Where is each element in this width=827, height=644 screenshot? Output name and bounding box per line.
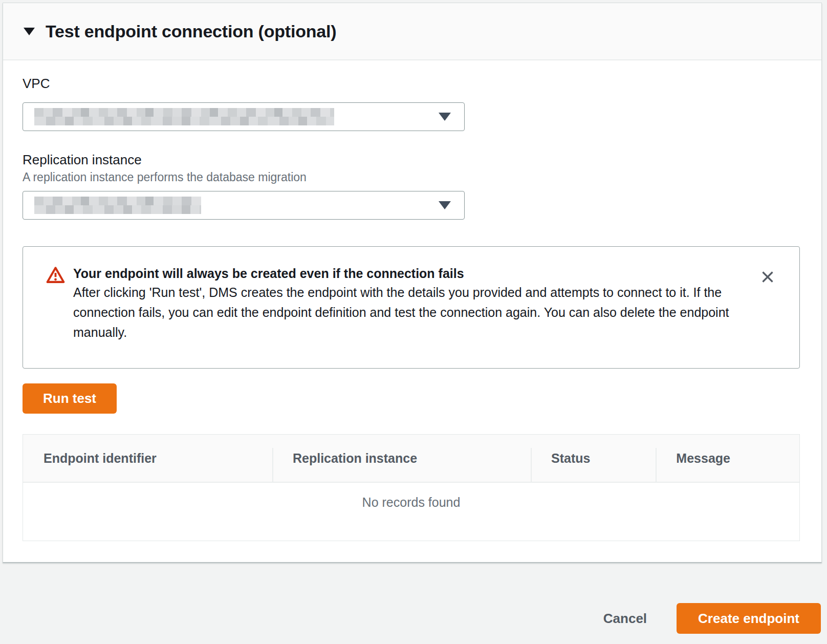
- panel-title: Test endpoint connection (optional): [46, 22, 336, 41]
- warning-alert: Your endpoint will always be created eve…: [23, 246, 800, 369]
- run-test-button[interactable]: Run test: [23, 383, 117, 414]
- replication-instance-description: A replication instance performs the data…: [23, 170, 800, 184]
- warning-triangle-icon: [46, 266, 65, 342]
- alert-body: After clicking 'Run test', DMS creates t…: [73, 283, 736, 342]
- panel-header[interactable]: Test endpoint connection (optional): [3, 3, 821, 60]
- table-empty-state: No records found: [23, 483, 799, 541]
- table-header-row: Endpoint identifier Replication instance…: [23, 435, 799, 483]
- column-header-message: Message: [656, 435, 799, 482]
- panel-body: VPC Replication instance A replication i…: [3, 76, 821, 562]
- vpc-select[interactable]: [23, 102, 465, 131]
- column-header-replication-instance: Replication instance: [272, 435, 531, 482]
- test-endpoint-panel: Test endpoint connection (optional) VPC …: [3, 3, 822, 563]
- vpc-redacted-value: [34, 108, 334, 125]
- column-header-endpoint-identifier: Endpoint identifier: [23, 435, 272, 482]
- caret-down-icon: [439, 201, 451, 209]
- create-endpoint-button[interactable]: Create endpoint: [677, 603, 821, 634]
- page: Test endpoint connection (optional) VPC …: [0, 3, 827, 643]
- replication-instance-redacted-value: [34, 197, 201, 214]
- replication-instance-select[interactable]: [23, 191, 465, 220]
- alert-content: Your endpoint will always be created eve…: [73, 264, 736, 342]
- column-header-status: Status: [531, 435, 656, 482]
- alert-title: Your endpoint will always be created eve…: [73, 264, 736, 283]
- test-results-table: Endpoint identifier Replication instance…: [23, 434, 800, 541]
- form-actions-footer: Cancel Create endpoint: [0, 563, 827, 643]
- caret-down-icon: [439, 113, 451, 121]
- replication-instance-label: Replication instance: [23, 152, 800, 167]
- close-icon[interactable]: [759, 269, 776, 285]
- cancel-button[interactable]: Cancel: [603, 603, 647, 634]
- caret-down-icon: [24, 28, 35, 35]
- empty-state-text: No records found: [362, 495, 461, 510]
- vpc-label: VPC: [23, 76, 800, 91]
